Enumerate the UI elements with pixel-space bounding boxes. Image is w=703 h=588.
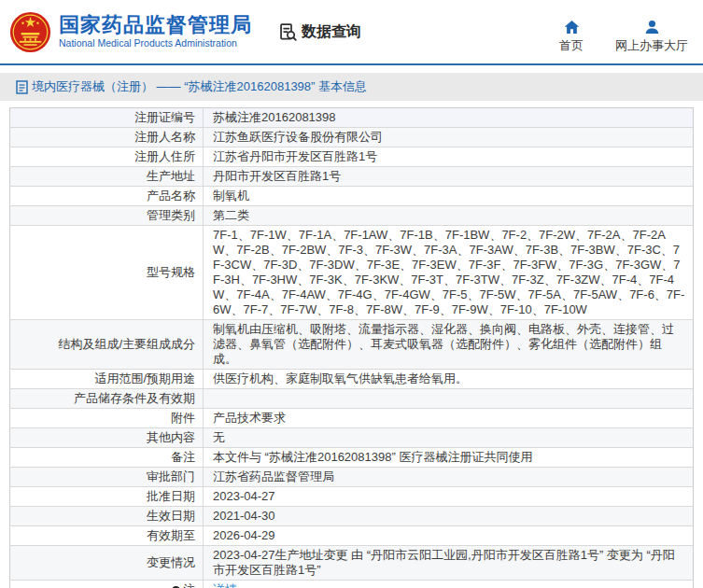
row-value: 江苏鱼跃医疗设备股份有限公司 bbox=[204, 128, 694, 147]
row-label: 生效日期 bbox=[10, 507, 204, 526]
breadcrumb-bar: 境内医疗器械（注册） —— “苏械注准20162081398” 基本信息 bbox=[0, 73, 703, 101]
row-label: 注 bbox=[10, 581, 204, 588]
row-value: 2026-04-29 bbox=[204, 526, 694, 546]
table-row: 注册证编号苏械注准20162081398 bbox=[10, 108, 694, 128]
row-label: 备注 bbox=[10, 448, 204, 468]
site-title: 国家药品监督管理局 bbox=[59, 14, 252, 36]
row-value bbox=[204, 389, 694, 409]
nav-service-hall-label: 网上办事大厅 bbox=[615, 37, 688, 54]
row-value: 2023-04-27生产地址变更 由 “丹阳市云阳工业园,丹阳市开发区百胜路1号… bbox=[204, 546, 694, 581]
table-row: 备注本文件与 “苏械注准20162081398” 医疗器械注册证共同使用 bbox=[10, 448, 694, 468]
info-table-body: 注册证编号苏械注准20162081398注册人名称江苏鱼跃医疗设备股份有限公司注… bbox=[10, 108, 694, 588]
registration-info-table: 注册证编号苏械注准20162081398注册人名称江苏鱼跃医疗设备股份有限公司注… bbox=[9, 107, 694, 588]
row-value: 制氧机 bbox=[204, 187, 694, 206]
header-nav: 首页 网上办事大厅 bbox=[559, 10, 688, 54]
row-value: 产品技术要求 bbox=[204, 409, 694, 428]
table-row: 适用范围/预期用途供医疗机构、家庭制取氧气供缺氧患者给氧用。 bbox=[10, 370, 694, 389]
detail-link[interactable]: 详情 bbox=[213, 582, 237, 588]
data-query-tab[interactable]: 数据查询 bbox=[278, 22, 361, 42]
header: 国家药品监督管理局 National Medical Products Admi… bbox=[0, 0, 703, 63]
row-label: 变更情况 bbox=[10, 546, 204, 581]
row-label: 审批部门 bbox=[10, 468, 204, 487]
nav-home-label: 首页 bbox=[559, 37, 583, 54]
row-label: 注册人名称 bbox=[10, 128, 204, 147]
table-row: 注详情 bbox=[10, 581, 694, 588]
row-value: 2023-04-27 bbox=[204, 487, 694, 507]
person-icon bbox=[644, 20, 660, 35]
nav-item-home[interactable]: 首页 bbox=[559, 20, 583, 54]
info-table-wrap: 注册证编号苏械注准20162081398注册人名称江苏鱼跃医疗设备股份有限公司注… bbox=[9, 107, 694, 588]
table-row: 注册人名称江苏鱼跃医疗设备股份有限公司 bbox=[10, 128, 694, 147]
table-row: 产品名称制氧机 bbox=[10, 187, 694, 206]
row-value: 苏械注准20162081398 bbox=[204, 108, 694, 128]
data-query-label: 数据查询 bbox=[302, 22, 361, 42]
row-label: 适用范围/预期用途 bbox=[10, 370, 204, 389]
row-value: 详情 bbox=[204, 581, 694, 588]
row-value: 制氧机由压缩机、吸附塔、流量指示器、湿化器、换向阀、电路板、外壳、连接管、过滤器… bbox=[204, 320, 694, 370]
site-subtitle: National Medical Products Administration bbox=[59, 37, 252, 49]
row-value: 供医疗机构、家庭制取氧气供缺氧患者给氧用。 bbox=[204, 370, 694, 389]
row-value: 2021-04-30 bbox=[204, 507, 694, 526]
header-divider bbox=[0, 63, 703, 65]
table-row: 生产地址丹阳市开发区百胜路1号 bbox=[10, 167, 694, 187]
row-label: 管理类别 bbox=[10, 206, 204, 226]
row-value: 本文件与 “苏械注准20162081398” 医疗器械注册证共同使用 bbox=[204, 448, 694, 468]
row-label: 注册证编号 bbox=[10, 108, 204, 128]
row-label: 其他内容 bbox=[10, 428, 204, 448]
row-value: 7F-1、7F-1W、7F-1A、7F-1AW、7F-1B、7F-1BW、7F-… bbox=[204, 226, 694, 320]
table-row: 批准日期2023-04-27 bbox=[10, 487, 694, 507]
document-search-icon bbox=[278, 22, 298, 42]
row-label: 批准日期 bbox=[10, 487, 204, 507]
table-row: 产品储存条件及有效期 bbox=[10, 389, 694, 409]
logo-text: 国家药品监督管理局 National Medical Products Admi… bbox=[59, 14, 252, 49]
table-row: 审批部门江苏省药品监督管理局 bbox=[10, 468, 694, 487]
breadcrumb: 境内医疗器械（注册） —— “苏械注准20162081398” 基本信息 bbox=[16, 78, 367, 95]
nav-item-service-hall[interactable]: 网上办事大厅 bbox=[615, 20, 688, 54]
table-row: 有效期至2026-04-29 bbox=[10, 526, 694, 546]
row-value: 无 bbox=[204, 428, 694, 448]
row-label: 生产地址 bbox=[10, 167, 204, 187]
row-value: 江苏省丹阳市开发区百胜路1号 bbox=[204, 147, 694, 167]
row-label: 产品储存条件及有效期 bbox=[10, 389, 204, 409]
row-value: 第二类 bbox=[204, 206, 694, 226]
row-label: 产品名称 bbox=[10, 187, 204, 206]
table-row: 变更情况2023-04-27生产地址变更 由 “丹阳市云阳工业园,丹阳市开发区百… bbox=[10, 546, 694, 581]
table-row: 其他内容无 bbox=[10, 428, 694, 448]
page-icon bbox=[16, 80, 28, 94]
table-row: 生效日期2021-04-30 bbox=[10, 507, 694, 526]
site-logo[interactable]: 国家药品监督管理局 National Medical Products Admi… bbox=[9, 11, 252, 53]
row-label: 附件 bbox=[10, 409, 204, 428]
breadcrumb-text: 境内医疗器械（注册） —— “苏械注准20162081398” 基本信息 bbox=[32, 78, 367, 95]
table-row: 结构及组成/主要组成成分制氧机由压缩机、吸附塔、流量指示器、湿化器、换向阀、电路… bbox=[10, 320, 694, 370]
national-emblem-icon bbox=[9, 11, 51, 53]
row-value: 江苏省药品监督管理局 bbox=[204, 468, 694, 487]
row-label: 注册人住所 bbox=[10, 147, 204, 167]
row-label: 有效期至 bbox=[10, 526, 204, 546]
table-row: 管理类别第二类 bbox=[10, 206, 694, 226]
table-row: 附件产品技术要求 bbox=[10, 409, 694, 428]
row-value: 丹阳市开发区百胜路1号 bbox=[204, 167, 694, 187]
home-icon bbox=[564, 20, 580, 35]
table-row: 注册人住所江苏省丹阳市开发区百胜路1号 bbox=[10, 147, 694, 167]
row-label: 结构及组成/主要组成成分 bbox=[10, 320, 204, 370]
row-label: 型号规格 bbox=[10, 226, 204, 320]
table-row: 型号规格7F-1、7F-1W、7F-1A、7F-1AW、7F-1B、7F-1BW… bbox=[10, 226, 694, 320]
